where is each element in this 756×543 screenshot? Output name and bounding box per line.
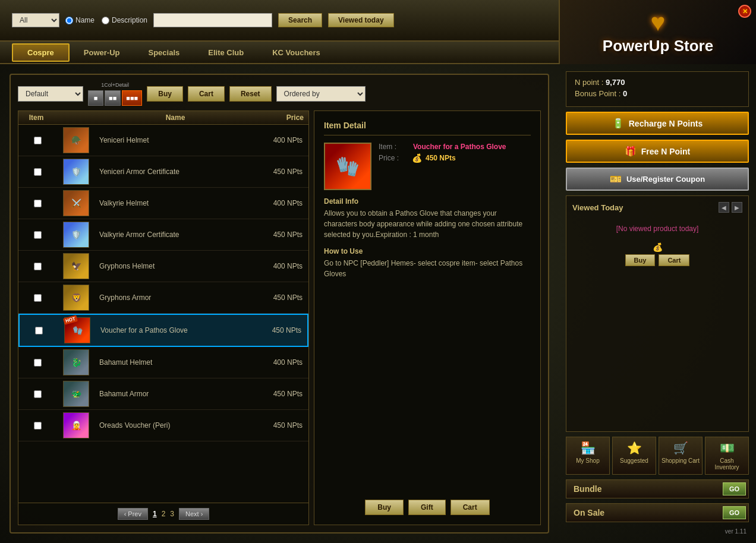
cash-icon: 💵 xyxy=(720,441,735,455)
recharge-button[interactable]: 🔋 Recharge N Points xyxy=(566,112,749,135)
sale-go-button[interactable]: GO xyxy=(723,506,746,519)
sale-row: On Sale GO xyxy=(566,503,749,522)
tab-kc-vouchers[interactable]: KC Vouchers xyxy=(258,45,335,61)
item-list-container: Item Name Price 🪖 Yeniceri Helmet 400 NP… xyxy=(18,111,309,525)
detail-info-text: Allows you to obtain a Pathos Glove that… xyxy=(324,208,531,240)
col-name-header: Name xyxy=(96,113,255,122)
viewed-panel: Viewed Today ◀ ▶ [No viewed product toda… xyxy=(566,195,749,432)
item-name-8: Bahamut Helmet xyxy=(97,358,254,367)
item-price-8: 400 NPts xyxy=(254,358,307,367)
item-checkbox-3[interactable] xyxy=(20,200,55,207)
view-double-btn[interactable]: ■■ xyxy=(105,90,121,106)
toolbar: Default Price: Low Price: High 1Col+Deta… xyxy=(18,82,541,106)
navigation-tabs: Cospre Power-Up Specials Elite Club KC V… xyxy=(0,42,559,64)
page-2[interactable]: 2 xyxy=(162,510,166,518)
col-item-header: Item xyxy=(18,113,54,122)
cart-button[interactable]: Cart xyxy=(188,86,225,102)
next-button[interactable]: Next › xyxy=(179,508,209,520)
item-detail-panel: Item Detail 🧤 Item : Voucher for a Patho… xyxy=(314,111,541,525)
item-checkbox-9[interactable] xyxy=(20,390,55,398)
item-checkbox-1[interactable] xyxy=(20,137,55,144)
item-price-5: 400 NPts xyxy=(254,262,307,270)
detail-item-price: 450 NPts xyxy=(426,154,456,162)
page-1[interactable]: 1 xyxy=(153,510,157,518)
suggested-icon: ⭐ xyxy=(627,441,642,455)
coupon-button[interactable]: 🎫 Use/Register Coupon xyxy=(566,168,749,191)
item-image-5: 🦅 xyxy=(63,253,89,279)
item-price-6: 450 NPts xyxy=(254,293,307,302)
reset-button[interactable]: Reset xyxy=(229,86,272,102)
shopping-cart-button[interactable]: 🛒 Shopping Cart xyxy=(659,437,703,475)
tab-elite-club[interactable]: Elite Club xyxy=(194,45,258,61)
item-checkbox-4[interactable] xyxy=(20,231,55,239)
n-point-row: N point : 9,770 xyxy=(575,78,740,87)
page-3[interactable]: 3 xyxy=(170,510,174,518)
tab-cospre[interactable]: Cospre xyxy=(12,43,70,62)
order-select[interactable]: Ordered by Name Price xyxy=(276,86,366,102)
table-row[interactable]: 🧝 Oreads Voucher (Peri) 450 NPts xyxy=(18,410,308,441)
item-price-10: 450 NPts xyxy=(254,421,307,430)
bundle-go-button[interactable]: GO xyxy=(723,482,746,495)
my-shop-button[interactable]: 🏪 My Shop xyxy=(566,437,610,475)
table-row[interactable]: 🦁 Gryphons Armor 450 NPts xyxy=(18,282,308,314)
table-row[interactable]: 🐉 Bahamut Helmet 400 NPts xyxy=(18,347,308,378)
bundle-row: Bundle GO xyxy=(566,479,749,498)
item-price-9: 450 NPts xyxy=(254,390,307,398)
table-row[interactable]: 🧤 HOT Voucher for a Pathos Glove 450 NPt… xyxy=(18,314,308,347)
item-checkbox-6[interactable] xyxy=(20,294,55,302)
tab-powerup[interactable]: Power-Up xyxy=(70,45,134,61)
table-row[interactable]: 🦅 Gryphons Helmet 400 NPts xyxy=(18,251,308,282)
table-row[interactable]: 🛡️ Valkyrie Armor Certificate 450 NPts xyxy=(18,219,308,251)
sort-select[interactable]: Default Price: Low Price: High xyxy=(18,86,83,102)
detail-gift-button[interactable]: Gift xyxy=(408,500,446,515)
item-checkbox-5[interactable] xyxy=(20,263,55,270)
suggested-button[interactable]: ⭐ Suggested xyxy=(612,437,656,475)
n-point-value: 9,770 xyxy=(606,78,625,87)
viewed-coin-icon: 💰 xyxy=(572,242,742,252)
radio-name[interactable]: Name xyxy=(65,16,94,24)
item-checkbox-10[interactable] xyxy=(20,422,55,430)
search-button[interactable]: Search xyxy=(278,13,322,27)
item-image-8: 🐉 xyxy=(63,349,89,375)
bottom-icons-row: 🏪 My Shop ⭐ Suggested 🛒 Shopping Cart 💵 … xyxy=(566,437,749,475)
item-name-4: Valkyrie Armor Certificate xyxy=(97,231,254,239)
table-row[interactable]: 🛡️ Yeniceri Armor Certificate 450 NPts xyxy=(18,156,308,188)
viewed-cart-button[interactable]: Cart xyxy=(659,254,689,266)
viewed-actions: Buy Cart xyxy=(572,254,742,266)
pagination: ‹ Prev 1 2 3 Next › xyxy=(18,503,308,525)
viewed-today-button[interactable]: Viewed today xyxy=(328,13,393,27)
item-checkbox-7[interactable] xyxy=(21,327,56,334)
item-checkbox-2[interactable] xyxy=(20,168,55,176)
search-input[interactable] xyxy=(153,13,272,27)
viewed-next-btn[interactable]: ▶ xyxy=(732,202,742,213)
table-row[interactable]: 🪖 Yeniceri Helmet 400 NPts xyxy=(18,125,308,156)
detail-cart-button[interactable]: Cart xyxy=(451,500,490,515)
close-button[interactable]: ✕ xyxy=(738,5,751,18)
list-detail-area: Item Name Price 🪖 Yeniceri Helmet 400 NP… xyxy=(18,111,541,525)
detail-buy-button[interactable]: Buy xyxy=(365,500,404,515)
free-n-point-button[interactable]: 🎁 Free N Point xyxy=(566,140,749,163)
bundle-label: Bundle xyxy=(566,481,720,497)
table-row[interactable]: ⚔️ Valkyrie Helmet 400 NPts xyxy=(18,188,308,219)
buy-button[interactable]: Buy xyxy=(147,86,183,102)
view-grid-btn[interactable]: ■■■ xyxy=(122,90,142,106)
viewed-buy-button[interactable]: Buy xyxy=(625,254,656,266)
viewed-prev-btn[interactable]: ◀ xyxy=(719,202,729,213)
item-price-2: 450 NPts xyxy=(254,168,307,176)
item-image-2: 🛡️ xyxy=(63,159,89,185)
prev-button[interactable]: ‹ Prev xyxy=(118,508,148,520)
item-name-6: Gryphons Armor xyxy=(97,293,254,302)
view-single-btn[interactable]: ■ xyxy=(88,90,103,106)
viewed-nav: ◀ ▶ xyxy=(719,202,742,213)
detail-price-row: Price : 💰 450 NPts xyxy=(379,153,531,163)
tab-specials[interactable]: Specials xyxy=(134,45,194,61)
category-select[interactable]: All Weapons Armor xyxy=(12,13,59,27)
item-checkbox-8[interactable] xyxy=(20,359,55,367)
cash-inventory-button[interactable]: 💵 Cash Inventory xyxy=(705,437,749,475)
view-hint-label: 1Col+Detail xyxy=(101,82,129,88)
table-row[interactable]: 🐲 Bahamut Armor 450 NPts xyxy=(18,378,308,410)
detail-item-image: 🧤 xyxy=(324,143,371,190)
item-image-10: 🧝 xyxy=(63,412,89,438)
item-list[interactable]: 🪖 Yeniceri Helmet 400 NPts 🛡️ Yeniceri A… xyxy=(18,125,308,503)
radio-description[interactable]: Description xyxy=(102,16,147,24)
